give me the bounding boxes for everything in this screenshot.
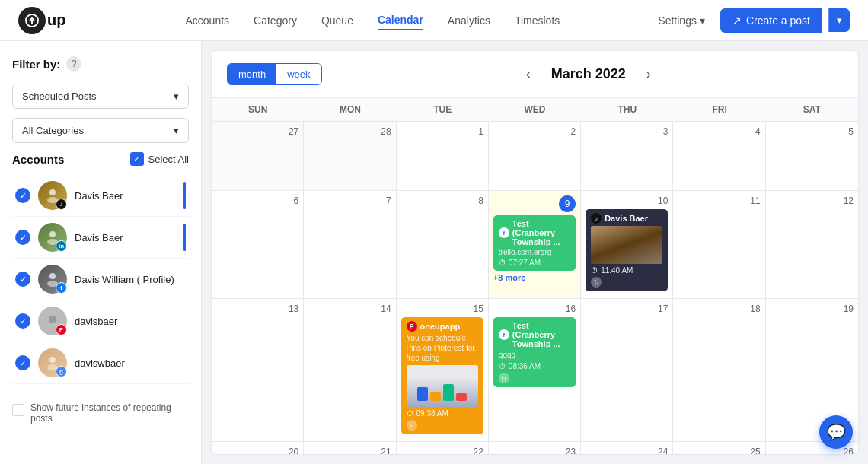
post-filter-label: Scheduled Posts — [22, 91, 97, 102]
event-time: ⏱ 09:38 AM — [407, 409, 478, 418]
cell-mar5[interactable]: 5 — [766, 122, 858, 190]
cell-mar4[interactable]: 4 — [673, 122, 765, 190]
cell-mar8[interactable]: 8 — [397, 191, 489, 298]
day-num: 3 — [586, 126, 668, 137]
clock-icon: ⏱ — [499, 362, 506, 370]
cell-mar1[interactable]: 1 — [397, 122, 489, 190]
calendar-header: month week ‹ March 2022 › — [212, 51, 858, 98]
day-num: 24 — [586, 447, 668, 454]
event-time-val: 08:36 AM — [509, 362, 541, 370]
clock-icon: ⏱ — [407, 409, 414, 418]
cell-mar14[interactable]: 14 — [304, 299, 396, 441]
week-4: 20 21 22 23 24 25 26 — [212, 442, 858, 454]
day-header-tue: Tue — [397, 98, 489, 121]
calendar-nav: ‹ March 2022 › — [334, 64, 844, 85]
cell-mar11[interactable]: 11 — [673, 191, 765, 298]
cell-mar7[interactable]: 7 — [304, 191, 396, 298]
cell-mar20[interactable]: 20 — [212, 442, 304, 454]
day-num: 25 — [678, 447, 760, 454]
calendar-month-title: March 2022 — [551, 66, 626, 82]
next-month-button[interactable]: › — [638, 64, 659, 85]
event-header: f Test (Cranberry Township ... — [499, 321, 570, 348]
category-filter-dropdown[interactable]: All Categories ▾ — [12, 118, 189, 143]
prev-month-button[interactable]: ‹ — [518, 64, 539, 85]
dropdown-arrow-icon2: ▾ — [174, 125, 179, 136]
account-avatar-db1: ♪ — [38, 181, 67, 210]
cell-mar6[interactable]: 6 — [212, 191, 304, 298]
account-check-davisbaer — [15, 313, 30, 329]
logo-text: up — [47, 11, 65, 29]
select-all-check[interactable]: Select All — [130, 152, 189, 166]
post-filter-dropdown[interactable]: Scheduled Posts ▾ — [12, 84, 189, 109]
event-cranberry-2[interactable]: f Test (Cranberry Township ... qqqq ⏱ 08… — [493, 317, 576, 387]
week-view-button[interactable]: week — [276, 64, 321, 84]
account-item-db1[interactable]: ♪ Davis Baer — [12, 175, 189, 217]
cell-mar25[interactable]: 25 — [673, 442, 765, 454]
cell-mar15[interactable]: 15 P oneupapp You can schedule Pins on P… — [397, 299, 489, 441]
event-pinterest-oneupapp[interactable]: P oneupapp You can schedule Pins on Pint… — [401, 317, 483, 434]
account-avatar-davisbaer: P — [38, 307, 67, 335]
week-3: 13 14 15 P oneupapp You can schedule Pin… — [212, 299, 858, 442]
nav-calendar[interactable]: Calendar — [378, 11, 423, 30]
nav-timeslots[interactable]: Timeslots — [515, 11, 560, 30]
account-item-daviswbaer[interactable]: g daviswbaer — [12, 342, 189, 384]
account-name-db2: Davis Baer — [75, 232, 123, 243]
tiktok-badge: ♪ — [56, 199, 67, 210]
create-post-dropdown-button[interactable]: ▾ — [828, 8, 850, 32]
account-item-davisbaer[interactable]: P davisbaer — [12, 300, 189, 342]
event-time: ⏱ 07:27 AM — [499, 259, 570, 267]
cell-feb27[interactable]: 27 — [212, 122, 304, 190]
cell-mar22[interactable]: 22 — [397, 442, 489, 454]
cell-mar10[interactable]: 10 ♪ Davis Baer ⏱ 11:40 AM ↻ — [581, 191, 673, 298]
repeat-icon: ↻ — [499, 373, 509, 383]
month-view-button[interactable]: month — [228, 64, 276, 84]
app-logo[interactable]: up — [18, 7, 65, 34]
more-events-link[interactable]: +8 more — [493, 273, 576, 282]
chat-bubble-button[interactable]: 💬 — [819, 415, 853, 449]
nav-analytics[interactable]: Analytics — [448, 11, 490, 30]
settings-label: Settings — [658, 14, 697, 27]
settings-button[interactable]: Settings ▾ — [649, 10, 714, 31]
nav-queue[interactable]: Queue — [321, 11, 353, 30]
event-body: qqqq — [499, 350, 570, 360]
nav-category[interactable]: Category — [254, 11, 297, 30]
nav-right: Settings ▾ ↗ Create a post ▾ — [649, 8, 850, 33]
facebook-badge-dw: f — [56, 282, 67, 294]
account-avatar-db2: in — [38, 223, 67, 252]
day-num: 13 — [216, 304, 298, 314]
cell-mar2[interactable]: 2 — [489, 122, 581, 190]
event-cranberry-1[interactable]: f Test (Cranberry Township ... trello.co… — [493, 215, 576, 271]
week-2: 6 7 8 9 f Test (Cranberry Township ... t… — [212, 191, 858, 299]
cell-mar17[interactable]: 17 — [581, 299, 673, 441]
nav-accounts[interactable]: Accounts — [185, 11, 229, 30]
category-filter-label: All Categories — [22, 125, 84, 136]
day-num: 6 — [216, 195, 298, 206]
cell-mar9[interactable]: 9 f Test (Cranberry Township ... trello.… — [489, 191, 581, 298]
cell-mar23[interactable]: 23 — [489, 442, 581, 454]
day-header-sat: Sat — [766, 98, 858, 121]
future-posts-toggle[interactable]: Show future instances of repeating posts — [12, 396, 189, 430]
create-post-button[interactable]: ↗ Create a post — [720, 8, 822, 33]
chevron-down-icon: ▾ — [700, 14, 705, 27]
day-num: 10 — [586, 195, 668, 206]
create-post-label: Create a post — [746, 14, 810, 27]
main-layout: Filter by: ? Scheduled Posts ▾ All Categ… — [0, 41, 868, 464]
day-header-fri: Fri — [673, 98, 765, 121]
day-num: 4 — [678, 126, 760, 137]
account-item-dw[interactable]: f Davis William ( Profile) — [12, 259, 189, 300]
cell-mar3[interactable]: 3 — [581, 122, 673, 190]
cell-mar21[interactable]: 21 — [304, 442, 396, 454]
logo-icon — [18, 7, 46, 34]
day-num: 17 — [586, 304, 668, 314]
help-icon[interactable]: ? — [66, 56, 81, 72]
account-name-davisbaer: davisbaer — [75, 316, 117, 327]
linkedin-badge: in — [56, 240, 67, 252]
cell-feb28[interactable]: 28 — [304, 122, 396, 190]
cell-mar18[interactable]: 18 — [673, 299, 765, 441]
cell-mar12[interactable]: 12 — [766, 191, 858, 298]
event-tiktok-davisbaer[interactable]: ♪ Davis Baer ⏱ 11:40 AM ↻ — [586, 209, 668, 291]
cell-mar16[interactable]: 16 f Test (Cranberry Township ... qqqq ⏱… — [489, 299, 581, 441]
cell-mar24[interactable]: 24 — [581, 442, 673, 454]
account-item-db2[interactable]: in Davis Baer — [12, 217, 189, 259]
cell-mar13[interactable]: 13 — [212, 299, 304, 441]
